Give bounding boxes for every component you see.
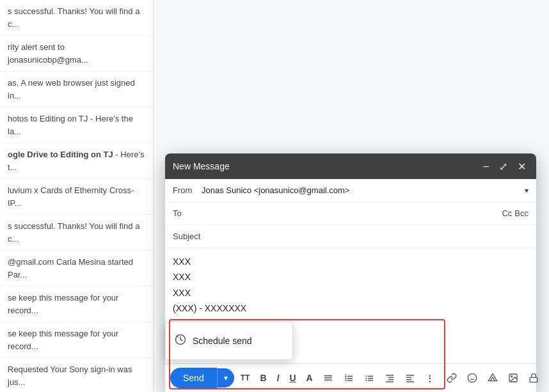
from-value: Jonas Sunico <jonasunico@gmail.com>: [202, 185, 521, 195]
svg-rect-19: [388, 377, 394, 378]
photo-button[interactable]: [504, 370, 522, 386]
list-item[interactable]: se keep this message for your record...: [0, 286, 153, 322]
send-button[interactable]: Send: [170, 368, 217, 388]
body-line-2: XXX: [173, 270, 529, 284]
svg-point-16: [365, 378, 367, 379]
list-item[interactable]: hotos to Editing on TJ - Here's the la..…: [0, 107, 153, 143]
svg-rect-25: [406, 381, 414, 382]
compose-header-actions: – ⤢ ✕: [481, 159, 529, 174]
italic-button[interactable]: I: [273, 370, 283, 386]
to-input[interactable]: [202, 207, 502, 220]
svg-point-26: [468, 373, 476, 382]
underline-button[interactable]: U: [285, 370, 299, 386]
compose-toolbar: Schedule send Send ▾ TT B I U A 1.2.3.: [165, 363, 536, 392]
schedule-send-dropdown[interactable]: Schedule send: [165, 322, 293, 360]
font-color-button[interactable]: A: [303, 370, 317, 386]
outdent-button[interactable]: [401, 370, 419, 386]
svg-point-15: [365, 375, 367, 377]
from-field-row: From Jonas Sunico <jonasunico@gmail.com>…: [165, 179, 536, 202]
svg-point-17: [365, 380, 367, 381]
emoji-button[interactable]: [463, 370, 481, 386]
body-line-1: XXX: [173, 255, 529, 269]
bcc-button[interactable]: Bcc: [514, 208, 529, 218]
from-dropdown-arrow[interactable]: ▾: [525, 186, 529, 195]
svg-rect-12: [368, 376, 373, 377]
to-field-row: To Cc Bcc: [165, 202, 536, 225]
list-item[interactable]: ogle Drive to Editing on TJ - Here's t..…: [0, 143, 153, 179]
svg-rect-34: [530, 377, 537, 382]
svg-rect-7: [347, 378, 353, 379]
subject-input[interactable]: [202, 230, 529, 243]
minimize-button[interactable]: –: [481, 159, 491, 173]
bullet-list-button[interactable]: [360, 370, 378, 386]
list-item[interactable]: @gmail.com Carla Mesina started Par...: [0, 251, 153, 286]
to-label: To: [173, 208, 202, 218]
cc-button[interactable]: Cc: [502, 208, 512, 218]
svg-rect-14: [368, 380, 373, 380]
schedule-send-label: Schedule send: [193, 336, 252, 346]
list-item[interactable]: luvium x Cards of Ethernity Cross-IP...: [0, 179, 153, 215]
send-arrow-button[interactable]: ▾: [217, 368, 234, 388]
body-line-4: (XXX) - XXXXXXX: [173, 301, 529, 315]
send-area: Send ▾: [170, 368, 234, 388]
numbered-list-button[interactable]: 1.2.3.: [340, 370, 358, 386]
compose-title: New Message: [173, 161, 230, 171]
svg-rect-8: [347, 380, 353, 380]
drive-button[interactable]: [484, 370, 502, 386]
schedule-icon: [175, 334, 186, 348]
svg-marker-5: [330, 377, 332, 379]
svg-rect-22: [406, 375, 414, 375]
bold-button[interactable]: B: [256, 370, 270, 386]
list-item[interactable]: rity alert sent to jonasunicobp@gma...: [0, 36, 153, 72]
svg-line-31: [493, 377, 495, 381]
subject-field-row: Subject: [165, 225, 536, 248]
svg-line-30: [490, 377, 492, 381]
list-item[interactable]: se keep this message for your record...: [0, 322, 153, 358]
signature-button[interactable]: [545, 370, 549, 386]
indent-button[interactable]: [381, 370, 399, 386]
list-item[interactable]: as, A new web browser just signed in...: [0, 72, 153, 107]
svg-rect-2: [324, 375, 332, 376]
svg-rect-3: [324, 377, 330, 378]
cc-bcc-buttons: Cc Bcc: [502, 208, 529, 218]
compose-header: New Message – ⤢ ✕: [165, 153, 536, 179]
from-label: From: [173, 185, 202, 195]
compose-modal: New Message – ⤢ ✕ From Jonas Sunico <jon…: [165, 153, 536, 392]
svg-rect-18: [386, 375, 394, 375]
svg-rect-6: [347, 376, 353, 377]
lock-button[interactable]: [525, 370, 543, 386]
svg-rect-4: [324, 380, 332, 380]
svg-rect-23: [406, 377, 411, 378]
list-item[interactable]: s successful. Thanks! You will find a c.…: [0, 0, 153, 36]
body-line-3: XXX: [173, 286, 529, 300]
email-list: s successful. Thanks! You will find a c.…: [0, 0, 154, 392]
list-item[interactable]: s successful. Thanks! You will find a c.…: [0, 215, 153, 251]
schedule-send-item[interactable]: Schedule send: [166, 327, 292, 354]
svg-rect-20: [388, 379, 394, 380]
subject-label: Subject: [173, 231, 202, 241]
link-button[interactable]: [443, 370, 461, 386]
svg-point-33: [511, 376, 512, 377]
more-formatting-button[interactable]: ⋮: [422, 371, 438, 386]
svg-rect-13: [368, 378, 373, 379]
svg-text:3.: 3.: [345, 379, 347, 382]
align-button[interactable]: [319, 370, 337, 386]
close-button[interactable]: ✕: [515, 159, 529, 174]
svg-rect-24: [406, 379, 411, 380]
expand-button[interactable]: ⤢: [497, 159, 510, 174]
list-item[interactable]: Requested Your Sony sign-in was jus...: [0, 358, 153, 392]
format-text-button[interactable]: TT: [237, 371, 254, 385]
svg-rect-21: [386, 381, 394, 382]
